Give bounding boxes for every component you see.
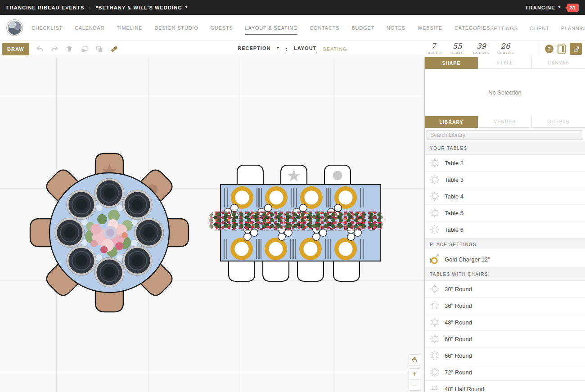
library-item-table-6[interactable]: Table 6 bbox=[425, 221, 585, 238]
stat-seated: 26 SEATED bbox=[497, 43, 513, 55]
round-table-icon bbox=[429, 316, 440, 328]
top-bar: FRANCINE RIBEAU EVENTS › *BETHANY & WILL… bbox=[0, 0, 585, 15]
stat-tables-label: TABLES bbox=[425, 51, 441, 55]
gold-charger-icon bbox=[429, 253, 440, 265]
library-item-gold-charger[interactable]: Gold Charger 12" bbox=[425, 251, 585, 268]
breadcrumb-separator-icon: › bbox=[89, 4, 91, 11]
section-your-tables: YOUR TABLES bbox=[425, 142, 585, 155]
stat-guests-value: 39 bbox=[473, 43, 490, 50]
breadcrumb-company[interactable]: FRANCINE RIBEAU EVENTS bbox=[6, 5, 84, 10]
user-caret-down-icon[interactable]: ▾ bbox=[558, 5, 561, 9]
breadcrumb-event[interactable]: *BETHANY & WILL'S WEDDING bbox=[96, 5, 182, 10]
stat-seats-value: 55 bbox=[449, 43, 465, 50]
nav-tab-layout-seating[interactable]: LAYOUT & SEATING bbox=[245, 21, 298, 35]
redo-button[interactable] bbox=[49, 43, 61, 55]
stat-seats: 55 SEATS bbox=[449, 43, 465, 55]
pan-tool-button[interactable] bbox=[409, 354, 420, 365]
avatar[interactable] bbox=[6, 19, 23, 36]
tab-style[interactable]: STYLE bbox=[478, 57, 532, 69]
tab-library[interactable]: LIBRARY bbox=[425, 116, 478, 128]
library-item-72-round[interactable]: 72" Round bbox=[425, 364, 585, 381]
library-item-label: Gold Charger 12" bbox=[445, 256, 490, 263]
nav-tab-settings[interactable]: SETTINGS bbox=[490, 22, 518, 34]
library-item-label: 60" Round bbox=[445, 336, 472, 342]
nav-tab-budget[interactable]: BUDGET bbox=[351, 21, 374, 35]
eraser-button[interactable] bbox=[108, 43, 120, 55]
stat-guests: 39 GUESTS bbox=[473, 43, 490, 55]
tab-venues[interactable]: VENUES bbox=[478, 116, 532, 128]
hand-icon bbox=[411, 356, 418, 363]
nav-tab-client[interactable]: CLIENT bbox=[530, 22, 549, 34]
mode-separator: : bbox=[285, 46, 288, 52]
nav-tab-website[interactable]: WEBSITE bbox=[418, 21, 442, 35]
layout-selector-dropdown[interactable]: RECEPTION ▾ bbox=[238, 45, 279, 52]
library-item-66-round[interactable]: 66" Round bbox=[425, 347, 585, 364]
notification-badge[interactable]: 31 bbox=[567, 4, 579, 12]
library-item-36-round[interactable]: 36" Round bbox=[425, 297, 585, 314]
layout-stats: 7 TABLES 55 SEATS 39 GUESTS 26 SEATED bbox=[425, 43, 513, 55]
stat-seated-label: SEATED bbox=[497, 51, 513, 55]
tool-icon-group bbox=[34, 43, 120, 55]
zoom-out-button[interactable]: − bbox=[409, 379, 420, 390]
round-table[interactable] bbox=[24, 147, 195, 318]
library-item-60-round[interactable]: 60" Round bbox=[425, 331, 585, 347]
library-item-label: Table 5 bbox=[445, 210, 464, 216]
layout-selector-label: RECEPTION bbox=[238, 45, 270, 51]
nav-tab-calendar[interactable]: CALENDAR bbox=[75, 21, 104, 35]
nav-tab-contacts[interactable]: CONTACTS bbox=[310, 21, 339, 35]
draw-button[interactable]: DRAW bbox=[2, 43, 29, 55]
library-item-table-2[interactable]: Table 2 bbox=[425, 155, 585, 171]
zoom-in-button[interactable]: + bbox=[409, 369, 420, 379]
round-table-icon bbox=[429, 300, 440, 311]
align-button[interactable] bbox=[78, 43, 90, 55]
library-item-label: Table 4 bbox=[445, 193, 464, 200]
undo-button[interactable] bbox=[34, 43, 46, 55]
stat-seats-label: SEATS bbox=[449, 51, 465, 55]
stat-tables: 7 TABLES bbox=[425, 43, 441, 55]
help-icon[interactable]: ? bbox=[545, 45, 554, 53]
nav-tabs: CHECKLIST CALENDAR TIMELINE DESIGN STUDI… bbox=[32, 21, 490, 35]
event-caret-down-icon[interactable]: ▾ bbox=[185, 5, 188, 9]
nav-tab-notes[interactable]: NOTES bbox=[387, 21, 405, 35]
mode-tab-layout[interactable]: LAYOUT bbox=[294, 45, 316, 52]
export-icon[interactable] bbox=[570, 43, 582, 55]
library-item-48-round[interactable]: 48" Round bbox=[425, 314, 585, 331]
round-table-icon bbox=[429, 174, 440, 185]
library-item-label: 48" Round bbox=[445, 319, 472, 326]
section-place-settings: PLACE SETTINGS bbox=[425, 238, 585, 251]
library-item-table-4[interactable]: Table 4 bbox=[425, 188, 585, 205]
library-item-table-3[interactable]: Table 3 bbox=[425, 171, 585, 188]
duplicate-button[interactable] bbox=[93, 43, 105, 55]
nav-tab-planning-partners[interactable]: PLANNING PARTNERS bbox=[561, 22, 585, 34]
library-item-label: Table 2 bbox=[445, 160, 464, 167]
round-table-icon bbox=[429, 350, 440, 361]
banquet-table[interactable] bbox=[202, 161, 396, 300]
library-item-48-half-round[interactable]: 48" Half Round bbox=[425, 381, 585, 392]
search-input[interactable] bbox=[427, 130, 583, 140]
nav-right: SETTINGS CLIENT PLANNING PARTNERS bbox=[490, 22, 585, 34]
library-search bbox=[425, 128, 585, 142]
mode-tab-seating[interactable]: SEATING bbox=[323, 46, 347, 52]
round-table-icon bbox=[429, 366, 440, 378]
layout-canvas[interactable]: + − bbox=[0, 57, 424, 392]
stat-guests-label: GUESTS bbox=[473, 51, 490, 55]
nav-tab-checklist[interactable]: CHECKLIST bbox=[32, 21, 63, 35]
nav-tab-design-studio[interactable]: DESIGN STUDIO bbox=[154, 21, 198, 35]
tab-shape[interactable]: SHAPE bbox=[425, 57, 478, 69]
library-item-table-5[interactable]: Table 5 bbox=[425, 205, 585, 221]
nav-tab-categories[interactable]: CATEGORIES bbox=[454, 21, 490, 35]
nav-tab-timeline[interactable]: TIMELINE bbox=[117, 21, 142, 35]
library-item-30-round[interactable]: 30" Round bbox=[425, 281, 585, 297]
delete-button[interactable] bbox=[63, 43, 76, 55]
stat-seated-value: 26 bbox=[497, 43, 513, 50]
library-item-label: 72" Round bbox=[445, 369, 472, 376]
panel-toggle-icon[interactable] bbox=[558, 45, 566, 54]
user-menu[interactable]: FRANCINE bbox=[526, 5, 555, 10]
right-panel: SHAPE STYLE CANVAS No Selection LIBRARY … bbox=[424, 57, 585, 392]
canvas-zoom-controls: + − bbox=[409, 354, 420, 391]
tab-guests[interactable]: GUESTS bbox=[532, 116, 585, 128]
tab-canvas[interactable]: CANVAS bbox=[532, 57, 585, 69]
nav-tab-guests[interactable]: GUESTS bbox=[211, 21, 233, 35]
garland-centerpiece[interactable] bbox=[207, 212, 386, 230]
toolbar-right-icons: ? bbox=[537, 41, 582, 57]
